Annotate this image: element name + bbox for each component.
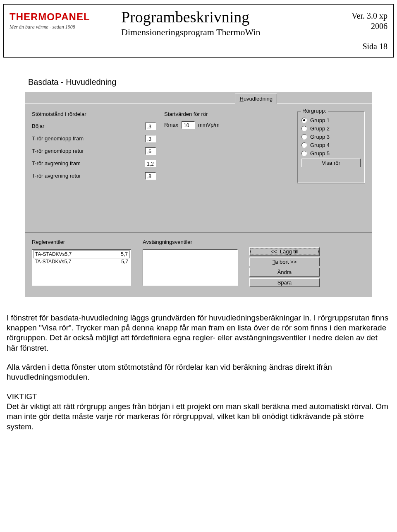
input-tror-fram[interactable]: ,3 [145,135,156,142]
doc-title: Programbeskrivning [121,9,338,26]
page-number: Sida 18 [10,42,387,51]
field-label-tror-retur: T-rör genomlopp retur [32,148,145,154]
doc-subtitle: Dimensioneringsprogram ThermoWin [121,27,338,38]
list-item[interactable]: TA-STADKVs5,7 5,7 [33,250,130,258]
input-bojar[interactable]: ,3 [145,123,156,130]
reg-listbox[interactable]: TA-STADKVs5,7 5,7 TA-STADKVs5,7 5,7 [32,249,131,286]
edit-button[interactable]: Ändra [249,268,320,277]
input-rmax[interactable]: 10 [182,121,195,129]
reg-heading: Reglerventiler [32,239,131,245]
rmax-label: Rmax [164,122,178,128]
shut-heading: Avstängningsventiler [143,239,238,245]
group-rorgrupp: Rörgrupp: Grupp 1 Grupp 2 Grupp 3 [297,111,365,183]
field-label-bojar: Böjar [32,123,145,129]
radio-grupp-5[interactable]: Grupp 5 [301,150,361,156]
paragraph-1: I fönstret för basdata-huvudledning lägg… [7,313,390,353]
start-heading: Startvärden för rör [164,111,259,117]
doc-year: 2006 [338,22,387,31]
body-text: I fönstret för basdata-huvudledning lägg… [7,313,390,432]
app-window: Huvudledning Stötmotstånd i rördelar Böj… [25,92,372,296]
group-legend: Rörgrupp: [301,108,328,114]
section-title: Basdata - Huvudledning [28,77,394,87]
shut-listbox[interactable] [143,249,238,286]
remove-button[interactable]: Ta bort >> [249,258,320,266]
input-tror-avg-retur[interactable]: ,8 [145,172,156,180]
viktigt-heading: VIKTIGT [7,392,37,401]
radio-grupp-4[interactable]: Grupp 4 [301,142,361,148]
field-label-tror-fram: T-rör genomlopp fram [32,135,145,142]
doc-version: Ver. 3.0 xp [338,11,387,21]
doc-header: THERMOPANEL Mer än bara värme - sedan 19… [3,4,394,58]
radio-grupp-3[interactable]: Grupp 3 [301,134,361,140]
input-tror-retur[interactable]: ,6 [145,147,156,155]
viktigt-body: Det är viktigt att rätt rörgrupp anges f… [7,402,388,431]
paragraph-2: Alla värden i detta fönster utom stötmot… [7,362,390,383]
radio-grupp-1[interactable]: Grupp 1 [301,117,361,123]
visa-ror-button[interactable]: Visa rör [301,159,361,167]
field-label-tror-avg-fram: T-rör avgrening fram [32,160,145,166]
rmax-unit: mmVp/m [198,122,220,128]
field-label-tror-avg-retur: T-rör avgrening retur [32,173,145,179]
tab-label: uvudledning [244,96,273,102]
logo: THERMOPANEL Mer än bara värme - sedan 19… [10,9,121,30]
save-button[interactable]: Spara [249,278,320,287]
input-tror-avg-fram[interactable]: 1,2 [145,160,156,167]
radio-grupp-2[interactable]: Grupp 2 [301,125,361,132]
shock-heading: Stötmotstånd i rördelar [32,111,156,117]
tab-huvudledning[interactable]: Huvudledning [235,94,277,104]
add-button[interactable]: << Lägg till [249,247,320,256]
list-item[interactable]: TA-STADKVs5,7 5,7 [33,258,130,265]
paragraph-3: VIKTIGT Det är viktigt att rätt rörgrupp… [7,392,390,432]
logo-text: THERMOPANEL [10,11,121,23]
logo-tagline: Mer än bara värme - sedan 1908 [10,23,121,30]
